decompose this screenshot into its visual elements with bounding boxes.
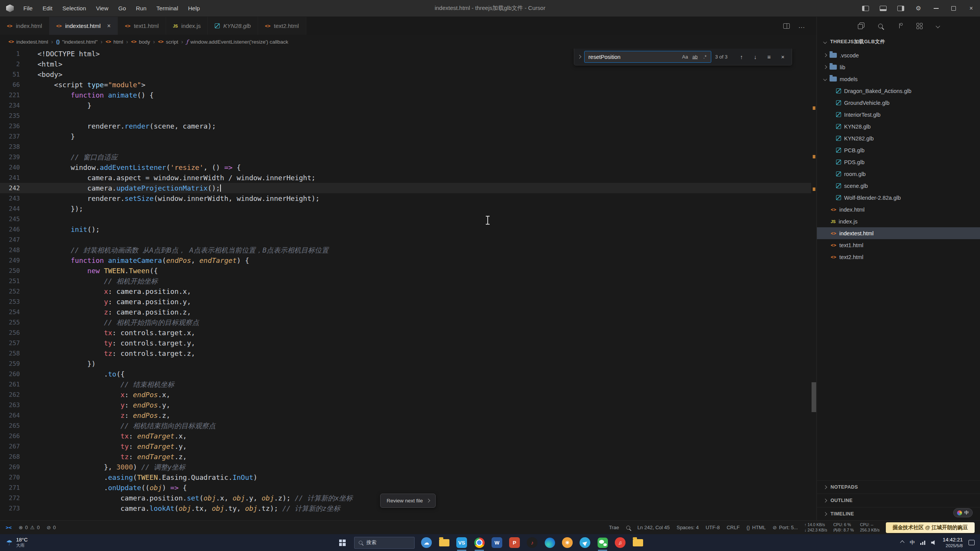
line-number[interactable]: 245: [0, 214, 29, 224]
code-line-236[interactable]: 236 renderer.render(scene, camera);: [0, 121, 811, 131]
breadcrumb-item[interactable]: <>script: [158, 39, 178, 45]
line-number[interactable]: 257: [0, 338, 29, 348]
menu-terminal[interactable]: Terminal: [152, 0, 183, 17]
taskbar-app-weather-widget[interactable]: ☁: [418, 534, 435, 551]
taskbar-app-vscode[interactable]: VS: [453, 534, 470, 551]
menu-go[interactable]: Go: [113, 0, 131, 17]
taskbar-app-wechat[interactable]: [594, 534, 611, 551]
match-case-toggle[interactable]: Aa: [681, 52, 689, 61]
encoding[interactable]: UTF-8: [702, 521, 723, 534]
line-number[interactable]: 1: [0, 49, 29, 59]
line-number[interactable]: 270: [0, 472, 29, 483]
layout-sidebar-right-icon[interactable]: [892, 0, 910, 17]
code-editor[interactable]: 1<!DOCTYPE html>2<html>51<body>66 <scrip…: [0, 49, 817, 520]
code-line-66[interactable]: 66 <script type="module">: [0, 80, 811, 90]
code-line-262[interactable]: 262 x: endPos.x,: [0, 390, 811, 400]
code-line-243[interactable]: 243 renderer.setSize(window.innerWidth, …: [0, 193, 811, 204]
tab-index.html[interactable]: <>index.html: [0, 17, 49, 35]
line-number[interactable]: 238: [0, 142, 29, 152]
tab-indextest.html[interactable]: <>indextest.html×: [49, 17, 118, 35]
code-line-261[interactable]: 261 // 结束相机坐标: [0, 379, 811, 390]
taskbar-app-app-orange[interactable]: ☀: [559, 534, 576, 551]
tree-item-GroundVehicle.glb[interactable]: GroundVehicle.glb: [817, 97, 980, 109]
line-number[interactable]: 236: [0, 121, 29, 131]
line-number[interactable]: 269: [0, 462, 29, 472]
line-number[interactable]: 255: [0, 317, 29, 328]
code-line-259[interactable]: 259 }): [0, 359, 811, 369]
tree-item-Dragon_Baked_Actions.glb[interactable]: Dragon_Baked_Actions.glb: [817, 85, 980, 97]
line-number[interactable]: 272: [0, 493, 29, 503]
breadcrumb-item[interactable]: <>html: [106, 39, 123, 45]
code-line-235[interactable]: 235: [0, 111, 811, 121]
line-number[interactable]: 252: [0, 286, 29, 297]
tree-item-models[interactable]: models: [817, 73, 980, 85]
whole-word-toggle[interactable]: ab: [691, 52, 699, 61]
network-icon[interactable]: [920, 541, 925, 545]
line-number[interactable]: 268: [0, 452, 29, 462]
code-line-268[interactable]: 268 tz: endTarget.z,: [0, 452, 811, 462]
find-previous-button[interactable]: ↑: [737, 52, 746, 62]
search-icon[interactable]: [878, 24, 883, 28]
code-line-255[interactable]: 255 // 相机开始指向的目标观察点: [0, 317, 811, 328]
code-line-51[interactable]: 51<body>: [0, 69, 811, 80]
code-line-266[interactable]: 266 tx: endTarget.x,: [0, 431, 811, 441]
code-line-240[interactable]: 240 window.addEventListener('resize', ()…: [0, 162, 811, 173]
menu-file[interactable]: File: [18, 0, 38, 17]
code-line-242[interactable]: 242 camera.updateProjectionMatrix();: [0, 183, 811, 193]
line-number[interactable]: 273: [0, 503, 29, 514]
code-line-256[interactable]: 256 tx: controls.target.x,: [0, 328, 811, 338]
line-number[interactable]: 66: [0, 80, 29, 90]
tab-index.js[interactable]: JSindex.js: [166, 17, 208, 35]
code-line-248[interactable]: 248 // 封装相机动画函数 从A点到B点， A点表示相机当前位置，B点表示相…: [0, 245, 811, 255]
line-number[interactable]: 259: [0, 359, 29, 369]
line-number[interactable]: 254: [0, 307, 29, 317]
line-number[interactable]: 240: [0, 162, 29, 173]
line-number[interactable]: 234: [0, 100, 29, 111]
code-line-249[interactable]: 249 function animateCamera(endPos, endTa…: [0, 255, 811, 266]
tree-item-scene.glb[interactable]: scene.glb: [817, 180, 980, 192]
code-line-269[interactable]: 269 }, 3000) // 调整y坐标: [0, 462, 811, 472]
code-line-254[interactable]: 254 z: camera.position.z,: [0, 307, 811, 317]
taskbar-app-chrome[interactable]: [470, 534, 488, 551]
tree-item-.vscode[interactable]: .vscode: [817, 49, 980, 61]
menu-edit[interactable]: Edit: [38, 0, 57, 17]
line-number[interactable]: 239: [0, 152, 29, 162]
code-line-252[interactable]: 252 x: camera.position.x,: [0, 286, 811, 297]
tab-KYN28.glb[interactable]: KYN28.glb: [208, 17, 258, 35]
line-number[interactable]: 251: [0, 276, 29, 286]
code-line-245[interactable]: 245: [0, 214, 811, 224]
line-number[interactable]: 248: [0, 245, 29, 255]
action-center-icon[interactable]: [969, 540, 975, 545]
settings-gear-icon[interactable]: ⚙: [910, 0, 927, 17]
taskbar-weather[interactable]: ☂ 18°C 大雨: [0, 534, 34, 551]
port-forward[interactable]: ⊘Port: 5...: [769, 521, 801, 534]
tree-item-lib[interactable]: lib: [817, 61, 980, 73]
taskbar-app-folder-2[interactable]: [629, 534, 647, 551]
line-number[interactable]: 253: [0, 297, 29, 307]
line-number[interactable]: 266: [0, 431, 29, 441]
minimize-button[interactable]: [927, 0, 945, 17]
tree-item-InteriorTest.glb[interactable]: InteriorTest.glb: [817, 109, 980, 121]
line-number[interactable]: 242: [0, 183, 29, 193]
line-number[interactable]: 262: [0, 390, 29, 400]
line-number[interactable]: 265: [0, 421, 29, 431]
find-next-button[interactable]: ↓: [750, 52, 760, 62]
breadcrumb-item[interactable]: {}"indextest.html": [56, 39, 98, 45]
eol-sequence[interactable]: CRLF: [723, 521, 743, 534]
panel-notepads[interactable]: NOTEPADS: [817, 480, 980, 494]
source-control-icon[interactable]: [897, 23, 903, 29]
ime-indicator[interactable]: 中: [910, 539, 915, 546]
code-line-264[interactable]: 264 z: endPos.z,: [0, 410, 811, 421]
code-line-271[interactable]: 271 .onUpdate((obj) => {: [0, 483, 811, 493]
menu-view[interactable]: View: [91, 0, 113, 17]
line-number[interactable]: 267: [0, 441, 29, 452]
more-actions-icon[interactable]: …: [798, 22, 805, 30]
code-line-258[interactable]: 258 tz: controls.target.z,: [0, 348, 811, 359]
tree-item-room.glb[interactable]: room.glb: [817, 168, 980, 180]
breadcrumb-item[interactable]: <>body: [131, 39, 150, 45]
line-number[interactable]: 249: [0, 255, 29, 266]
line-number[interactable]: 263: [0, 400, 29, 410]
line-number[interactable]: 256: [0, 328, 29, 338]
tree-item-text2.html[interactable]: <>text2.html: [817, 251, 980, 263]
line-number[interactable]: 237: [0, 131, 29, 142]
